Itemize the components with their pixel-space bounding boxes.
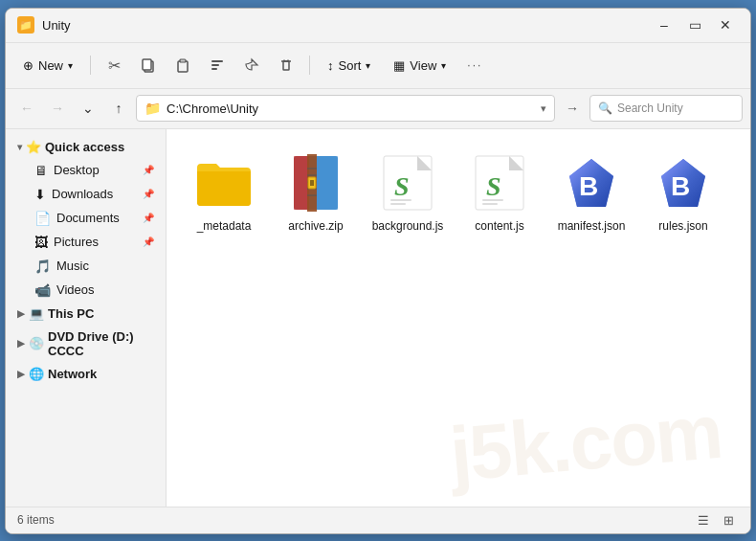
js2-icon: S	[475, 155, 524, 211]
quick-access-label: Quick access	[45, 140, 124, 154]
sidebar-item-pictures-label: Pictures	[54, 235, 137, 249]
pictures-icon: 🖼	[34, 235, 48, 250]
archive-name: archive.zip	[288, 219, 343, 235]
search-placeholder: Search Unity	[617, 101, 683, 115]
sidebar-item-documents[interactable]: 📄 Documents 📌	[10, 207, 162, 230]
app-icon: 📁	[17, 16, 34, 34]
view-button[interactable]: ▦ View ▾	[384, 50, 456, 80]
file-item-manifestjson[interactable]: B manifest.json	[549, 145, 634, 242]
dvd-label: DVD Drive (D:) CCCC	[48, 329, 154, 358]
sidebar-item-music-label: Music	[56, 259, 154, 273]
address-input[interactable]: 📁 C:\Chrome\Unity ▾	[136, 95, 555, 122]
file-item-archive[interactable]: archive.zip	[274, 145, 358, 242]
item-count: 6 items	[17, 513, 55, 527]
minimize-button[interactable]: –	[651, 14, 678, 35]
up-recent-button[interactable]: ⌄	[75, 95, 101, 122]
view-label: View	[410, 58, 436, 73]
rename-icon	[210, 57, 225, 73]
watermark: j5k.com	[447, 387, 725, 498]
quick-access-icon: ⭐	[26, 140, 41, 154]
new-chevron-icon: ▾	[68, 60, 73, 71]
paste-button[interactable]	[167, 50, 198, 80]
desktop-icon: 🖥	[34, 163, 48, 178]
manifestjson-name: manifest.json	[558, 219, 626, 235]
svg-rect-7	[283, 61, 289, 70]
this-pc-header[interactable]: ▶ 💻 This PC	[10, 303, 162, 325]
go-button[interactable]: →	[559, 95, 586, 122]
quick-access-chevron-icon: ▾	[17, 142, 22, 152]
file-item-contentjs[interactable]: S content.js	[457, 145, 542, 242]
address-folder-icon: 📁	[145, 101, 161, 116]
sidebar: ▾ ⭐ Quick access 🖥 Desktop 📌 ⬇ Downloads…	[6, 129, 167, 507]
toolbar-separator-1	[90, 56, 91, 75]
up-directory-button[interactable]: ↑	[105, 95, 132, 122]
file-explorer-window: 📁 Unity – ▭ ✕ ⊕ New ▾ ✂	[5, 8, 751, 534]
music-icon: 🎵	[34, 259, 51, 274]
svg-rect-1	[143, 59, 151, 70]
window-title: Unity	[42, 18, 651, 33]
new-button[interactable]: ⊕ New ▾	[13, 50, 82, 80]
network-icon: 🌐	[29, 367, 44, 381]
svg-text:S: S	[394, 171, 410, 201]
rename-button[interactable]	[202, 50, 233, 80]
forward-button[interactable]: →	[44, 95, 71, 122]
desktop-pin-icon: 📌	[143, 165, 154, 175]
grid-view-button[interactable]: ⊞	[718, 509, 739, 530]
dvd-drive-header[interactable]: ▶ 💿 DVD Drive (D:) CCCC	[10, 326, 162, 362]
sidebar-item-desktop-label: Desktop	[54, 163, 137, 177]
new-plus-icon: ⊕	[23, 58, 33, 73]
search-box[interactable]: 🔍 Search Unity	[589, 95, 743, 122]
list-view-button[interactable]: ☰	[693, 509, 714, 530]
copy-button[interactable]	[133, 50, 164, 80]
quick-access-header[interactable]: ▾ ⭐ Quick access	[10, 136, 162, 158]
sort-button[interactable]: ↕ Sort ▾	[318, 50, 380, 80]
file-item-rulesjson[interactable]: B rules.json	[641, 145, 725, 242]
share-button[interactable]	[236, 50, 267, 80]
backgroundjs-icon-wrap: S	[377, 152, 438, 214]
zip-icon	[290, 154, 342, 212]
delete-icon	[278, 57, 294, 73]
sort-label: Sort	[339, 58, 362, 73]
backgroundjs-name: background.js	[372, 219, 444, 235]
view-controls: ☰ ⊞	[693, 509, 739, 530]
videos-icon: 📹	[34, 282, 51, 298]
sidebar-item-downloads[interactable]: ⬇ Downloads 📌	[10, 183, 162, 206]
svg-rect-4	[211, 60, 223, 62]
close-button[interactable]: ✕	[712, 14, 739, 35]
address-path: C:\Chrome\Unity	[167, 101, 535, 116]
pictures-pin-icon: 📌	[143, 237, 154, 247]
network-header[interactable]: ▶ 🌐 Network	[10, 363, 162, 385]
downloads-icon: ⬇	[34, 187, 46, 202]
documents-pin-icon: 📌	[143, 213, 154, 223]
window-controls: – ▭ ✕	[651, 14, 739, 35]
sidebar-item-pictures[interactable]: 🖼 Pictures 📌	[10, 231, 162, 254]
sidebar-item-videos[interactable]: 📹 Videos	[10, 279, 162, 302]
sidebar-item-desktop[interactable]: 🖥 Desktop 📌	[10, 159, 162, 182]
json-b-icon: B	[564, 155, 619, 211]
cut-button[interactable]: ✂	[99, 50, 129, 80]
more-button[interactable]: ···	[459, 50, 490, 80]
metadata-icon-wrap	[193, 152, 255, 214]
dvd-chevron-icon: ▶	[17, 338, 25, 349]
sort-chevron-icon: ▾	[366, 60, 370, 71]
status-bar: 6 items ☰ ⊞	[6, 507, 750, 533]
file-item-metadata[interactable]: _metadata	[182, 145, 266, 242]
svg-rect-29	[390, 203, 406, 205]
new-label: New	[38, 58, 63, 73]
delete-button[interactable]	[271, 50, 301, 80]
sidebar-item-music[interactable]: 🎵 Music	[10, 255, 162, 278]
file-item-backgroundjs[interactable]: S background.js	[366, 145, 450, 242]
svg-rect-22	[294, 156, 307, 210]
dvd-icon: 💿	[29, 336, 44, 350]
search-icon: 🔍	[598, 101, 612, 115]
maximize-button[interactable]: ▭	[681, 14, 708, 35]
back-button[interactable]: ←	[13, 95, 40, 122]
copy-icon	[141, 57, 156, 73]
network-label: Network	[48, 367, 97, 381]
manifestjson-icon-wrap: B	[561, 152, 622, 214]
address-chevron-icon: ▾	[541, 102, 546, 115]
toolbar-separator-2	[309, 56, 310, 75]
paste-icon	[175, 57, 190, 73]
svg-rect-5	[211, 64, 219, 66]
js-icon: S	[383, 155, 433, 211]
